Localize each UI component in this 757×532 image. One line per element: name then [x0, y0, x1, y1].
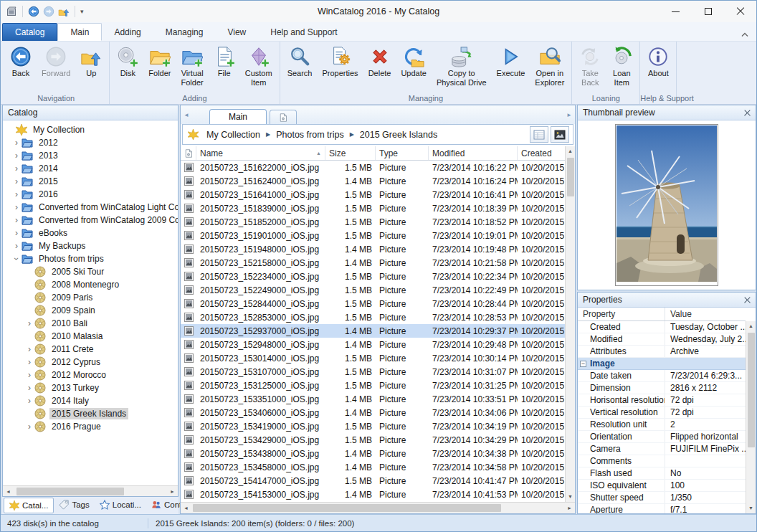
- scroll-right-icon[interactable]: ►: [167, 489, 178, 494]
- ribbon-button[interactable]: Take Back: [574, 43, 606, 87]
- ribbon-tab[interactable]: Main: [57, 23, 102, 41]
- tree-item[interactable]: › 2016 Prague: [3, 420, 178, 433]
- tree-item[interactable]: › 2005 Ski Tour: [3, 265, 178, 278]
- tree-item[interactable]: › 2009 Paris: [3, 291, 178, 304]
- value-column-label[interactable]: Value: [665, 309, 746, 319]
- tree-item[interactable]: › 2012 Morocco: [3, 369, 178, 381]
- property-row[interactable]: Camera FUJIFILM FinePix ...: [578, 443, 746, 455]
- tree-item[interactable]: › 2012: [3, 136, 178, 149]
- property-row[interactable]: Resolution unit 2: [578, 419, 746, 431]
- tree-expander-icon[interactable]: ›: [11, 229, 22, 237]
- property-row[interactable]: Dimension 2816 x 2112: [578, 382, 746, 394]
- scrollbar-thumb[interactable]: [193, 504, 501, 512]
- property-row[interactable]: Orientation Flipped horizontal: [578, 431, 746, 443]
- ribbon-button[interactable]: Forward: [37, 43, 75, 78]
- ribbon-button[interactable]: Copy to Physical Drive: [432, 43, 492, 87]
- property-row[interactable]: Horisontal resolution 72 dpi: [578, 394, 746, 407]
- ribbon-tab[interactable]: View: [215, 23, 258, 41]
- table-row[interactable]: 20150723_152158000_iOS.jpg 1.4 MB Pictur…: [181, 256, 565, 270]
- ribbon-button[interactable]: File: [209, 43, 240, 78]
- column-header-type[interactable]: Type: [376, 146, 429, 160]
- table-row[interactable]: 20150723_151852000_iOS.jpg 1.5 MB Pictur…: [181, 215, 565, 229]
- qat-dropdown-icon[interactable]: ▾: [80, 8, 84, 15]
- column-header-created[interactable]: Created: [518, 146, 565, 160]
- tree-expander-icon[interactable]: ›: [11, 242, 22, 250]
- table-row[interactable]: 20150723_151641000_iOS.jpg 1.5 MB Pictur…: [181, 188, 565, 201]
- qat-forward-icon[interactable]: [43, 6, 54, 17]
- tree-item[interactable]: › 2015 Greek Islands: [3, 407, 178, 420]
- tree-expander-icon[interactable]: ›: [11, 177, 22, 186]
- tree-item[interactable]: › 2011 Crete: [3, 343, 178, 356]
- tree-item[interactable]: › Converted from WinCatalog 2009 Col: [3, 214, 178, 227]
- scroll-down-icon[interactable]: ▼: [568, 492, 573, 502]
- table-row[interactable]: 20150723_153406000_iOS.jpg 1.4 MB Pictur…: [181, 406, 565, 419]
- breadcrumb-item[interactable]: 2015 Greek Islands: [356, 128, 441, 141]
- panel-tab[interactable]: Tags: [54, 498, 94, 512]
- ribbon-tab[interactable]: Help and Support: [258, 23, 349, 41]
- scrollbar-thumb[interactable]: [748, 333, 755, 447]
- ribbon-button[interactable]: Up: [75, 43, 107, 78]
- property-row[interactable]: Flash used No: [578, 467, 746, 480]
- ribbon-button[interactable]: Properties: [317, 43, 363, 78]
- ribbon-button[interactable]: Execute: [492, 43, 530, 78]
- ribbon-button[interactable]: About: [642, 43, 674, 78]
- tree-horizontal-scrollbar[interactable]: ◄ ►: [3, 485, 178, 496]
- table-row[interactable]: 20150723_153438000_iOS.jpg 1.4 MB Pictur…: [181, 447, 565, 460]
- table-row[interactable]: 20150723_151901000_iOS.jpg 1.5 MB Pictur…: [181, 229, 565, 242]
- scroll-left-icon[interactable]: ◄: [3, 489, 14, 494]
- tree-expander-icon[interactable]: ›: [24, 371, 34, 379]
- table-row[interactable]: 20150723_153125000_iOS.jpg 1.5 MB Pictur…: [181, 379, 565, 392]
- tree-expander-icon[interactable]: ›: [11, 216, 22, 224]
- ribbon-button[interactable]: Folder: [143, 43, 176, 78]
- ribbon-tab[interactable]: Managing: [153, 23, 216, 41]
- tree-item[interactable]: › 2010 Malasia: [3, 330, 178, 343]
- list-vertical-scrollbar[interactable]: ▲ ▼: [565, 146, 575, 502]
- column-header-size[interactable]: Size: [325, 146, 376, 160]
- tree-expander-icon[interactable]: ›: [11, 138, 22, 147]
- tab-scroll-left-icon[interactable]: ◄: [181, 112, 192, 118]
- table-row[interactable]: 20150723_152844000_iOS.jpg 1.5 MB Pictur…: [181, 297, 565, 310]
- tree-expander-icon[interactable]: ›: [24, 345, 34, 353]
- close-button[interactable]: [724, 1, 756, 22]
- scroll-down-icon[interactable]: ▼: [748, 503, 753, 513]
- ribbon-button[interactable]: Disk: [112, 43, 143, 78]
- property-row[interactable]: Created Tuesday, October ...: [578, 321, 746, 333]
- tree-item[interactable]: › My Collection: [3, 123, 178, 136]
- property-row[interactable]: Attributes Archive: [578, 346, 746, 358]
- tree-item[interactable]: › 2016: [3, 188, 178, 201]
- table-row[interactable]: 20150723_152234000_iOS.jpg 1.5 MB Pictur…: [181, 270, 565, 283]
- scrollbar-thumb[interactable]: [16, 488, 124, 495]
- tree-item[interactable]: › 2013: [3, 149, 178, 162]
- catalog-menu-button[interactable]: Catalog: [2, 23, 57, 41]
- panel-tab[interactable]: Locati...: [95, 498, 146, 512]
- ribbon-button[interactable]: Back: [5, 43, 37, 78]
- tree-item[interactable]: › 2014: [3, 162, 178, 175]
- document-tab-main[interactable]: Main: [209, 109, 267, 124]
- tree-item[interactable]: › Converted from WinCatalog Light Co: [3, 201, 178, 214]
- table-row[interactable]: 20150723_154147000_iOS.jpg 1.5 MB Pictur…: [181, 474, 565, 488]
- file-icon-column-header[interactable]: [181, 146, 196, 160]
- tree-expander-icon[interactable]: ›: [11, 203, 22, 212]
- list-horizontal-scrollbar[interactable]: ◄ ►: [181, 502, 575, 513]
- table-row[interactable]: 20150723_153419000_iOS.jpg 1.5 MB Pictur…: [181, 419, 565, 433]
- table-row[interactable]: 20150723_152853000_iOS.jpg 1.5 MB Pictur…: [181, 310, 565, 324]
- table-row[interactable]: 20150723_151839000_iOS.jpg 1.5 MB Pictur…: [181, 201, 565, 215]
- table-row[interactable]: 20150723_153458000_iOS.jpg 1.4 MB Pictur…: [181, 460, 565, 474]
- tree-item[interactable]: › 2014 Italy: [3, 394, 178, 407]
- tree-item[interactable]: › eBooks: [3, 227, 178, 239]
- tree-item[interactable]: › 2008 Montenegro: [3, 278, 178, 291]
- tree-item[interactable]: › 2015: [3, 175, 178, 188]
- tree-expander-icon[interactable]: ›: [24, 319, 34, 328]
- collapse-ribbon-button[interactable]: [741, 27, 749, 40]
- table-row[interactable]: 20150723_152948000_iOS.jpg 1.4 MB Pictur…: [181, 338, 565, 351]
- table-row[interactable]: 20150723_151948000_iOS.jpg 1.4 MB Pictur…: [181, 242, 565, 256]
- tree-expander-icon[interactable]: ›: [24, 384, 34, 392]
- ribbon-button[interactable]: Virtual Folder: [176, 43, 209, 87]
- tree-expander-icon[interactable]: ›: [24, 358, 34, 366]
- property-row[interactable]: − Image: [578, 358, 746, 370]
- ribbon-button[interactable]: Delete: [363, 43, 396, 78]
- scroll-up-icon[interactable]: ▲: [748, 321, 753, 331]
- document-tab-new[interactable]: [270, 110, 297, 124]
- property-column-label[interactable]: Property: [578, 308, 665, 320]
- column-header-modified[interactable]: Modified: [429, 146, 518, 160]
